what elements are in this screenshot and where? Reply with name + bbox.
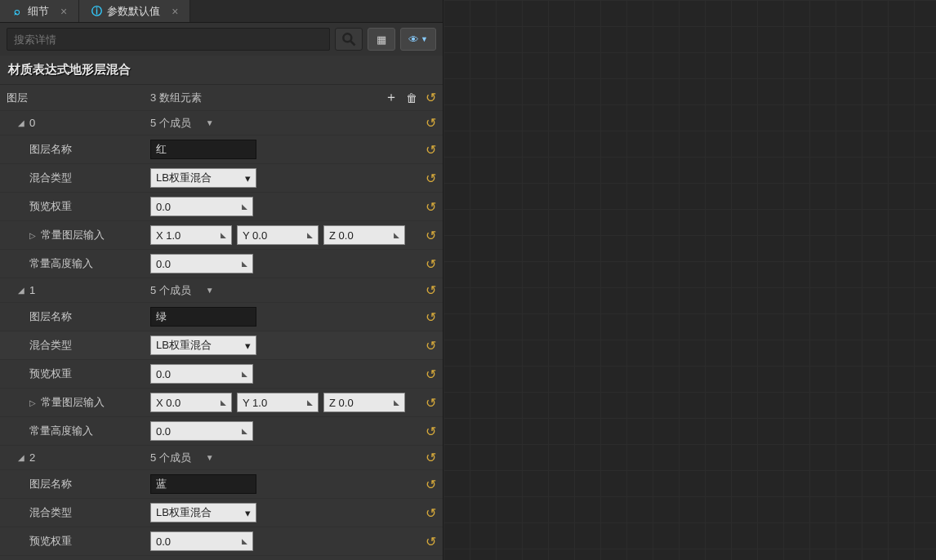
vec-x-input[interactable]: X 0.0◣ xyxy=(150,393,232,412)
element-index: 0 xyxy=(29,117,35,129)
close-icon[interactable]: × xyxy=(60,5,67,18)
prop-const-height-input: 常量高度输入 0.0◣ ↺ xyxy=(0,250,443,278)
reset-button[interactable]: ↺ xyxy=(426,450,436,465)
array-label: 图层 xyxy=(7,91,150,105)
tab-details[interactable]: ⌕ 细节 × xyxy=(0,0,79,22)
section-header: 材质表达式地形层混合 xyxy=(0,56,443,85)
layer-name-input[interactable] xyxy=(150,140,256,159)
chevron-down-icon: ▼ xyxy=(421,35,428,43)
vec-z-input[interactable]: Z 0.0◣ xyxy=(323,225,405,245)
view-grid-button[interactable]: ▦ xyxy=(368,28,395,51)
reset-button[interactable]: ↺ xyxy=(426,228,436,243)
prop-label: 图层名称 xyxy=(7,477,150,491)
reset-button[interactable]: ↺ xyxy=(426,142,436,158)
search-input[interactable] xyxy=(7,28,330,51)
expand-icon[interactable]: ◢ xyxy=(18,453,26,462)
element-index: 1 xyxy=(29,284,35,296)
expand-icon[interactable]: ▷ xyxy=(29,398,38,407)
expand-icon[interactable]: ◢ xyxy=(18,286,26,295)
details-panel: ⌕ 细节 × ⓘ 参数默认值 × ▦ 👁▼ 材质表达式地形层混合 图层 3 数组… xyxy=(0,0,443,560)
reset-button[interactable]: ↺ xyxy=(426,395,436,411)
reset-button[interactable]: ↺ xyxy=(426,309,436,325)
reset-button[interactable]: ↺ xyxy=(426,424,436,439)
prop-layer-name: 图层名称 ↺ xyxy=(0,136,443,164)
layer-name-input[interactable] xyxy=(150,474,256,494)
prop-blend-type: 混合类型 LB权重混合▾ ↺ xyxy=(0,164,443,193)
tab-param-defaults[interactable]: ⓘ 参数默认值 × xyxy=(79,0,190,22)
chevron-down-icon: ▾ xyxy=(245,507,251,519)
height-input[interactable]: 0.0◣ xyxy=(150,421,253,441)
vec-x-input[interactable]: X 1.0◣ xyxy=(150,225,232,245)
prop-label: 常量高度输入 xyxy=(7,256,150,271)
tab-label: 参数默认值 xyxy=(107,4,160,19)
tab-bar: ⌕ 细节 × ⓘ 参数默认值 × xyxy=(0,0,443,23)
expand-icon[interactable]: ◢ xyxy=(18,118,26,127)
property-body: 图层 3 数组元素 ＋ 🗑 ↺ ◢0 5 个成员▼ ↺ 图层名称 ↺ 混合类型 … xyxy=(0,85,443,560)
prop-const-layer-input: ▷常量图层输入 X 0.0◣ Y 1.0◣ Z 0.0◣ ↺ xyxy=(0,389,443,417)
svg-line-1 xyxy=(351,42,355,46)
height-input[interactable]: 0.0◣ xyxy=(150,254,253,273)
reset-button[interactable]: ↺ xyxy=(426,171,436,186)
reset-button[interactable]: ↺ xyxy=(426,534,436,549)
element-index: 2 xyxy=(29,451,35,464)
search-bar: ▦ 👁▼ xyxy=(0,23,443,56)
array-element-header[interactable]: ◢1 5 个成员▼ ↺ xyxy=(0,278,443,303)
reset-button[interactable]: ↺ xyxy=(426,199,436,215)
prop-layer-name: 图层名称 ↺ xyxy=(0,470,443,499)
reset-button[interactable]: ↺ xyxy=(426,367,436,382)
material-graph[interactable]: Layer Blend ▼ Layer 红 Layer 绿 Layer 蓝 Tr… xyxy=(443,0,936,560)
blend-type-select[interactable]: LB权重混合▾ xyxy=(150,168,256,188)
prop-label: 混合类型 xyxy=(7,505,150,520)
add-element-button[interactable]: ＋ xyxy=(385,89,398,106)
array-element-header[interactable]: ◢2 5 个成员▼ ↺ xyxy=(0,446,443,470)
spinner-icon[interactable]: ◣ xyxy=(242,204,247,210)
prop-const-layer-input: ▷常量图层输入 X 0.0◣ Y 0.0◣ Z 1.0◣ ↺ xyxy=(0,556,443,560)
search-button[interactable] xyxy=(335,28,363,51)
close-icon[interactable]: × xyxy=(172,5,178,18)
eye-icon: 👁 xyxy=(408,33,419,46)
clear-array-button[interactable]: 🗑 xyxy=(406,91,417,104)
reset-button[interactable]: ↺ xyxy=(426,282,436,298)
visibility-filter-button[interactable]: 👁▼ xyxy=(400,28,436,51)
reset-button[interactable]: ↺ xyxy=(426,505,436,521)
reset-button[interactable]: ↺ xyxy=(426,90,436,105)
chevron-down-icon: ▾ xyxy=(245,340,251,352)
prop-preview-weight: 预览权重 0.0◣ ↺ xyxy=(0,360,443,389)
member-count: 5 个成员 xyxy=(150,451,191,465)
chevron-down-icon: ▾ xyxy=(245,172,251,184)
expand-icon[interactable]: ▷ xyxy=(29,231,38,240)
reset-button[interactable]: ↺ xyxy=(426,477,436,492)
magnifier-icon: ⌕ xyxy=(11,6,23,17)
search-icon xyxy=(341,31,357,47)
prop-preview-weight: 预览权重 0.0◣ ↺ xyxy=(0,527,443,556)
blend-type-select[interactable]: LB权重混合▾ xyxy=(150,336,256,355)
preview-weight-input[interactable]: 0.0◣ xyxy=(150,531,253,551)
prop-layer-name: 图层名称 ↺ xyxy=(0,303,443,331)
vec-y-input[interactable]: Y 1.0◣ xyxy=(237,393,319,412)
vec-y-input[interactable]: Y 0.0◣ xyxy=(237,225,319,245)
reset-button[interactable]: ↺ xyxy=(426,338,436,353)
prop-label: 预览权重 xyxy=(7,367,150,381)
prop-blend-type: 混合类型 LB权重混合▾ ↺ xyxy=(0,331,443,360)
prop-label: 常量图层输入 xyxy=(41,395,105,410)
tab-label: 细节 xyxy=(28,4,49,19)
prop-label: 图层名称 xyxy=(7,142,150,157)
array-element-header[interactable]: ◢0 5 个成员▼ ↺ xyxy=(0,111,443,136)
array-header-row[interactable]: 图层 3 数组元素 ＋ 🗑 ↺ xyxy=(0,85,443,111)
chevron-down-icon[interactable]: ▼ xyxy=(206,286,214,295)
member-count: 5 个成员 xyxy=(150,283,191,298)
array-count: 3 数组元素 xyxy=(150,91,202,105)
svg-point-0 xyxy=(343,33,351,42)
reset-button[interactable]: ↺ xyxy=(426,115,436,131)
layer-name-input[interactable] xyxy=(150,307,256,327)
preview-weight-input[interactable]: 0.0◣ xyxy=(150,364,253,384)
chevron-down-icon[interactable]: ▼ xyxy=(206,118,214,127)
prop-preview-weight: 预览权重 0.0◣ ↺ xyxy=(0,193,443,221)
blend-type-select[interactable]: LB权重混合▾ xyxy=(150,503,256,522)
chevron-down-icon[interactable]: ▼ xyxy=(206,453,214,462)
info-icon: ⓘ xyxy=(91,6,102,17)
vec-z-input[interactable]: Z 0.0◣ xyxy=(323,393,405,412)
reset-button[interactable]: ↺ xyxy=(426,256,436,272)
prop-label: 预览权重 xyxy=(7,534,150,549)
preview-weight-input[interactable]: 0.0◣ xyxy=(150,197,253,216)
